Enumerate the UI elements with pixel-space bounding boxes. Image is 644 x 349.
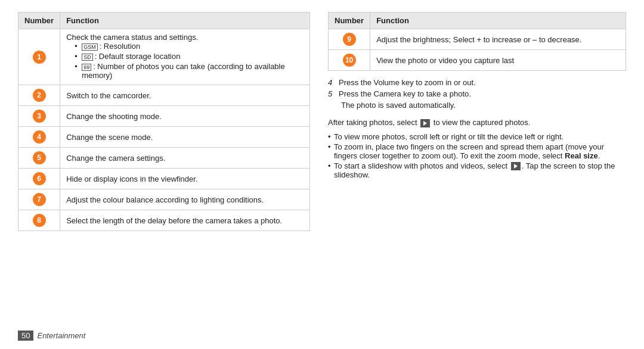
table-row: 1 [18, 29, 60, 85]
row-number-badge: 8 [33, 214, 46, 227]
row-function-cell: Adjust the colour balance according to l… [60, 189, 310, 210]
row-function-cell: Change the scene mode. [60, 127, 310, 148]
camera-icon-inline: 69 [82, 64, 91, 71]
row-number-badge: 2 [33, 89, 46, 102]
step-5: 5 Press the Camera key to take a photo. [328, 89, 626, 98]
bullets-list: To view more photos, scroll left or righ… [328, 132, 626, 180]
step-text-4: Press the Volume key to zoom in or out. [339, 78, 626, 87]
right-column: Number Function 9Adjust the brightness; … [328, 12, 626, 319]
camera-icon-inline: SD [82, 54, 93, 61]
row-number-badge: 9 [343, 33, 356, 46]
bullet-item: To start a slideshow with photos and vid… [328, 161, 626, 180]
table-row: 2 [18, 85, 60, 106]
row-number-badge: 6 [33, 172, 46, 185]
step-num-5: 5 [328, 89, 339, 98]
row-function-cell: Check the camera status and settings.GSM… [60, 29, 310, 85]
bullet-play-icon [511, 162, 521, 170]
step-4: 4 Press the Volume key to zoom in or out… [328, 78, 626, 87]
step-text-5: Press the Camera key to take a photo. [339, 89, 626, 98]
footer-page-number: 50 [18, 331, 33, 341]
left-table-header-number: Number [18, 13, 60, 29]
right-row-function-cell: View the photo or video you capture last [370, 50, 626, 71]
table-row: 3 [18, 106, 60, 127]
after-section: After taking photos, select to view the … [328, 118, 626, 179]
table-row: 4 [18, 127, 60, 148]
step-5b: The photo is saved automatically. [328, 101, 626, 110]
camera-icon-inline: GSM [82, 43, 98, 51]
row-function-cell: Select the length of the delay before th… [60, 210, 310, 231]
right-table-header-function: Function [370, 13, 626, 29]
right-table-header-number: Number [329, 13, 370, 29]
left-table-header-function: Function [60, 13, 310, 29]
right-table-row: 9 [329, 29, 370, 50]
after-text-paragraph: After taking photos, select to view the … [328, 118, 626, 127]
row-number-badge: 1 [33, 51, 46, 64]
left-table: Number Function 1Check the camera status… [18, 12, 310, 231]
table-row: 8 [18, 210, 60, 231]
row-number-badge: 3 [33, 110, 46, 123]
row-function-cell: Change the shooting mode. [60, 106, 310, 127]
right-table-row: 10 [329, 50, 370, 71]
row-function-cell: Hide or display icons in the viewfinder. [60, 169, 310, 189]
after-text-suffix: to view the captured photos. [434, 118, 531, 127]
footer: 50 Entertainment [18, 331, 85, 341]
right-table: Number Function 9Adjust the brightness; … [328, 12, 626, 71]
step-num-4: 4 [328, 78, 339, 87]
footer-label: Entertainment [37, 331, 85, 340]
row-number-badge: 4 [33, 130, 46, 144]
right-row-function-cell: Adjust the brightness; Select + to incre… [370, 29, 626, 50]
bullet-item: To view more photos, scroll left or righ… [328, 132, 626, 141]
play-icon [420, 119, 430, 127]
table-row: 5 [18, 148, 60, 169]
table-row: 7 [18, 189, 60, 210]
row-function-cell: Switch to the camcorder. [60, 85, 310, 106]
step-text-5b: The photo is saved automatically. [341, 101, 626, 110]
row-function-cell: Change the camera settings. [60, 148, 310, 169]
table-row: 6 [18, 169, 60, 189]
steps-section: 4 Press the Volume key to zoom in or out… [328, 78, 626, 110]
bullet-item: To zoom in, place two fingers on the scr… [328, 142, 626, 160]
row-number-badge: 7 [33, 193, 46, 206]
after-text-intro: After taking photos, select [328, 118, 417, 127]
row-number-badge: 5 [33, 151, 46, 164]
row-number-badge: 10 [343, 54, 356, 67]
left-column: Number Function 1Check the camera status… [18, 12, 310, 319]
page-layout: Number Function 1Check the camera status… [18, 12, 626, 319]
